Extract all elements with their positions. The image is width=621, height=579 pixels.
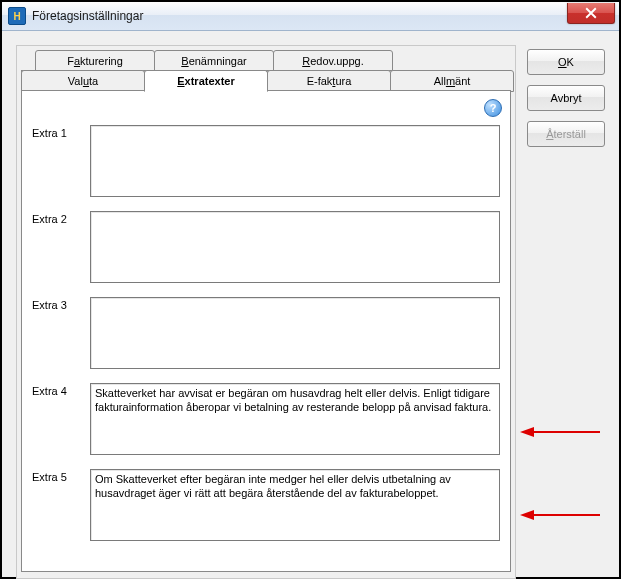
avbryt-button[interactable]: Avbryt: [527, 85, 605, 111]
tab-fakturering[interactable]: Fakturering: [35, 50, 155, 72]
row-extra5: Extra 5 Om Skatteverket efter begäran in…: [32, 469, 500, 541]
label-extra3: Extra 3: [32, 297, 90, 369]
label-extra1: Extra 1: [32, 125, 90, 197]
window: H Företagsinställningar Fakturering Benä…: [0, 0, 621, 579]
extratexter-fields: Extra 1 Extra 2 Extra 3 Extra 4 Skatteve…: [32, 125, 500, 561]
dialog-buttons: OK Avbryt Återställ: [527, 49, 605, 157]
close-button[interactable]: [567, 3, 615, 24]
tab-efaktura[interactable]: E-faktura: [267, 70, 391, 92]
ok-button[interactable]: OK: [527, 49, 605, 75]
svg-marker-3: [520, 510, 534, 520]
tab-extratexter[interactable]: Extratexter: [144, 70, 268, 92]
tabs-row-2: Valuta Extratexter E-faktura Allmänt: [17, 70, 513, 90]
row-extra1: Extra 1: [32, 125, 500, 197]
input-extra3[interactable]: [90, 297, 500, 369]
input-extra4[interactable]: Skatteverket har avvisat er begäran om h…: [90, 383, 500, 455]
input-extra2[interactable]: [90, 211, 500, 283]
tab-valuta[interactable]: Valuta: [21, 70, 145, 92]
app-icon: H: [8, 7, 26, 25]
tab-allmant[interactable]: Allmänt: [390, 70, 514, 92]
input-extra5[interactable]: Om Skatteverket efter begäran inte medge…: [90, 469, 500, 541]
tab-body: ? Extra 1 Extra 2 Extra 3: [21, 90, 511, 572]
client-area: Fakturering Benämningar Redov.uppg. Valu…: [2, 31, 619, 577]
help-icon[interactable]: ?: [484, 99, 502, 117]
titlebar: H Företagsinställningar: [2, 2, 619, 31]
annotation-arrow-2: [520, 507, 600, 523]
tab-benamningar[interactable]: Benämningar: [154, 50, 274, 72]
row-extra2: Extra 2: [32, 211, 500, 283]
window-title: Företagsinställningar: [32, 9, 143, 23]
row-extra3: Extra 3: [32, 297, 500, 369]
row-extra4: Extra 4 Skatteverket har avvisat er begä…: [32, 383, 500, 455]
label-extra4: Extra 4: [32, 383, 90, 455]
label-extra5: Extra 5: [32, 469, 90, 541]
input-extra1[interactable]: [90, 125, 500, 197]
annotation-arrow-1: [520, 424, 600, 440]
label-extra2: Extra 2: [32, 211, 90, 283]
tab-redov-uppg[interactable]: Redov.uppg.: [273, 50, 393, 72]
svg-marker-1: [520, 427, 534, 437]
tabs-row-1: Fakturering Benämningar Redov.uppg.: [17, 50, 515, 70]
settings-panel: Fakturering Benämningar Redov.uppg. Valu…: [16, 45, 516, 579]
aterstall-button[interactable]: Återställ: [527, 121, 605, 147]
close-icon: [585, 7, 597, 19]
